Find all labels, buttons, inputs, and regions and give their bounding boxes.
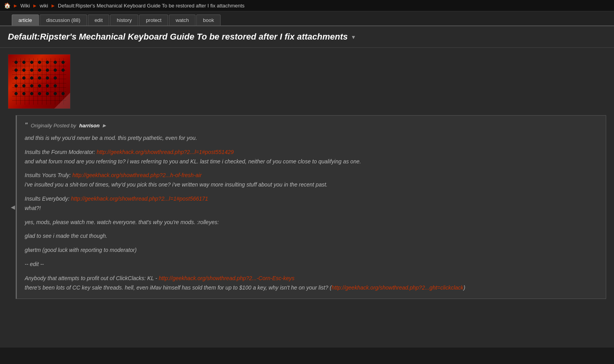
quote-block: " Originally Posted by harrison ▶ and th… bbox=[16, 115, 606, 299]
quote-line-4: Insults Everybody: http://geekhack.org/s… bbox=[25, 194, 598, 213]
quote-marks-icon: " bbox=[25, 122, 28, 129]
quote-link-everybody[interactable]: http://geekhack.org/showthread.php?2...l… bbox=[71, 196, 208, 202]
tab-book[interactable]: book bbox=[196, 14, 221, 25]
quote-line-2: Insults the Forum Moderator: http://geek… bbox=[25, 148, 598, 167]
tab-history[interactable]: history bbox=[110, 14, 138, 25]
quote-line-1: and this is why you'd never be a mod. th… bbox=[25, 134, 598, 143]
quote-line-10: Anybody that attempts to profit out of C… bbox=[25, 274, 598, 293]
quote-label-moderator: Insults the Forum Moderator: bbox=[25, 149, 97, 155]
quote-line-3: Insults Yours Truly: http://geekhack.org… bbox=[25, 171, 598, 190]
quote-label-yours-truly: Insults Yours Truly: bbox=[25, 172, 72, 178]
main-content: Default:Ripster's Mechanical Keyboard Gu… bbox=[0, 26, 614, 348]
quote-link-yours-truly[interactable]: http://geekhack.org/showthread.php?2...h… bbox=[72, 172, 202, 178]
quote-text-body: and this is why you'd never be a mod. th… bbox=[25, 134, 598, 292]
breadcrumb-bar: 🏠 ► Wiki ► wiki ► Default:Ripster's Mech… bbox=[0, 0, 614, 11]
quote-text-moderator: and what forum mod are you referring to?… bbox=[25, 158, 361, 165]
breadcrumb-wiki[interactable]: Wiki bbox=[20, 3, 30, 9]
quote-text-everybody: what?! bbox=[25, 205, 41, 211]
quote-container: ◄ " Originally Posted by harrison ▶ and … bbox=[16, 115, 606, 299]
quote-link-moderator[interactable]: http://geekhack.org/showthread.php?2...l… bbox=[97, 149, 234, 155]
breadcrumb-page-title: Default:Ripster's Mechanical Keyboard Gu… bbox=[58, 3, 245, 9]
tab-article[interactable]: article bbox=[12, 14, 39, 25]
quote-header: " Originally Posted by harrison ▶ bbox=[25, 122, 598, 129]
quote-label-clickclacks: Anybody that attempts to profit out of C… bbox=[25, 275, 159, 281]
quote-line-6: glad to see i made the cut though. bbox=[25, 232, 598, 241]
page-title-dropdown-icon[interactable]: ▾ bbox=[352, 33, 355, 41]
tabs-bar: article discussion (88) edit history pro… bbox=[0, 11, 614, 26]
keyboard-image bbox=[8, 54, 71, 109]
tab-edit[interactable]: edit bbox=[88, 14, 109, 25]
quote-link-clickclacks-kl[interactable]: http://geekhack.org/showthread.php?2...-… bbox=[159, 275, 294, 281]
image-corner bbox=[54, 93, 70, 109]
quote-author: harrison bbox=[79, 123, 100, 129]
breadcrumb-arrow-2: ► bbox=[32, 3, 37, 9]
breadcrumb-arrow-1: ► bbox=[13, 3, 18, 9]
quote-view-icon[interactable]: ▶ bbox=[103, 123, 106, 128]
quote-label-everybody: Insults Everybody: bbox=[25, 196, 71, 202]
page-title: Default:Ripster's Mechanical Keyboard Gu… bbox=[8, 32, 348, 42]
quote-text-yours-truly: i've insulted you a shit-ton of times, w… bbox=[25, 181, 328, 188]
quote-link-clickclack-search[interactable]: http://geekhack.org/showthread.php?2...g… bbox=[331, 284, 464, 291]
page-title-bar: Default:Ripster's Mechanical Keyboard Gu… bbox=[0, 26, 614, 48]
quote-line-7: glwrtm (good luck with reporting to mode… bbox=[25, 246, 598, 255]
quote-line-5: yes, mods, please watch me. watch everyo… bbox=[25, 218, 598, 227]
quote-text-clickclacks-end: ) bbox=[464, 284, 465, 291]
tab-watch[interactable]: watch bbox=[169, 14, 196, 25]
quote-text-clickclacks: there's been lots of CC key sale threads… bbox=[25, 284, 331, 291]
home-icon[interactable]: 🏠 bbox=[4, 2, 11, 9]
quote-line-9: -- edit -- bbox=[25, 260, 598, 269]
tab-protect[interactable]: protect bbox=[139, 14, 168, 25]
content-body: ◄ " Originally Posted by harrison ▶ and … bbox=[0, 48, 614, 305]
tab-discussion[interactable]: discussion (88) bbox=[40, 14, 87, 25]
breadcrumb-wiki-sub[interactable]: wiki bbox=[40, 3, 48, 9]
quote-prefix: Originally Posted by bbox=[31, 123, 76, 129]
breadcrumb-arrow-3: ► bbox=[51, 3, 56, 9]
